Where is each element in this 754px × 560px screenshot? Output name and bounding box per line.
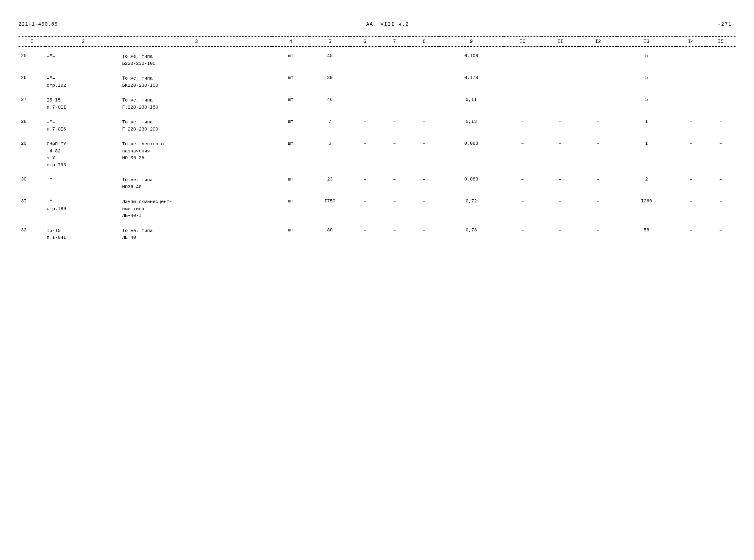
row-3-col-10: – <box>504 96 541 112</box>
row-3-col-15: – <box>706 96 735 112</box>
row-4-col-14: – <box>676 118 706 134</box>
row-5-col-10: – <box>504 140 541 170</box>
row-8-col-6: – <box>350 226 380 243</box>
row-6-col-11: – <box>541 176 579 192</box>
row-4-col-15: – <box>706 118 735 134</box>
row-4-col-5: 7 <box>310 118 350 134</box>
header-right: -271- <box>718 22 735 27</box>
row-7-col-14: – <box>676 198 706 221</box>
table-row: 27I5-I5 п.7-OIIТо же, типа Г.220-230-I50… <box>19 96 735 112</box>
row-6-col-2: –"– <box>45 176 121 192</box>
row-3-col-13: 5 <box>617 96 676 112</box>
row-3-col-9: 0,II <box>439 96 504 112</box>
row-3-col-3: То же, типа Г.220-230-I50 <box>121 96 272 112</box>
row-1-col-14: – <box>676 52 706 68</box>
row-2-col-3: То же, типа БК220-230-I00 <box>121 74 272 91</box>
table-row: 25–"–То же, типа Б220-230-I00шт45–––0,I0… <box>19 52 735 68</box>
row-3-col-11: – <box>541 96 579 112</box>
row-1-col-12: – <box>579 52 617 68</box>
col-header-IO: IO <box>504 37 541 46</box>
row-1-col-15: – <box>706 52 735 68</box>
row-8-col-8: – <box>409 226 439 243</box>
row-5-col-3: То же, местного назначения МО-36-25 <box>121 140 272 170</box>
row-2-col-15: – <box>706 74 735 91</box>
row-2-col-12: – <box>579 74 617 91</box>
row-3-col-14: – <box>676 96 706 112</box>
row-2-col-1: 26 <box>19 74 45 91</box>
row-4-col-3: То же, типа Г 220-230-200 <box>121 118 272 134</box>
row-6-col-10: – <box>504 176 541 192</box>
row-7-col-2: –"– стр.I89 <box>45 198 121 221</box>
row-2-col-4: шт <box>272 74 310 91</box>
row-7-col-11: – <box>541 198 579 221</box>
row-8-col-15: – <box>706 226 735 243</box>
row-8-col-10: – <box>504 226 541 243</box>
col-header-4: 4 <box>272 37 310 46</box>
row-7-col-12: – <box>579 198 617 221</box>
header-center: АА. VIII ч.2 <box>366 22 409 27</box>
row-8-col-14: – <box>676 226 706 243</box>
row-8-col-12: – <box>579 226 617 243</box>
row-5-col-9: 0,088 <box>439 140 504 170</box>
row-6-col-13: 2 <box>617 176 676 192</box>
col-header-5: 5 <box>310 37 350 46</box>
row-2-col-9: 0,I78 <box>439 74 504 91</box>
row-1-col-2: –"– <box>45 52 121 68</box>
row-8-col-7: – <box>380 226 409 243</box>
row-4-col-7: – <box>380 118 409 134</box>
col-header-I3: I3 <box>617 37 676 46</box>
row-1-col-3: То же, типа Б220-230-I00 <box>121 52 272 68</box>
table-row: 3I–"– стр.I89Лампы люминесцент- ные типа… <box>19 198 735 221</box>
row-6-col-1: 30 <box>19 176 45 192</box>
row-5-col-1: 29 <box>19 140 45 170</box>
row-8-col-13: 58 <box>617 226 676 243</box>
row-2-col-7: – <box>380 74 409 91</box>
row-3-col-7: – <box>380 96 409 112</box>
row-3-col-5: 46 <box>310 96 350 112</box>
col-header-9: 9 <box>439 37 504 46</box>
row-4-col-12: – <box>579 118 617 134</box>
row-7-col-6: – <box>350 198 380 221</box>
row-7-col-7: – <box>380 198 409 221</box>
row-8-col-3: То же, типа ЛЕ 40 <box>121 226 272 243</box>
row-4-col-13: I <box>617 118 676 134</box>
header-left: 221-1-450.85 <box>19 22 58 27</box>
row-5-col-11: – <box>541 140 579 170</box>
row-8-col-11: – <box>541 226 579 243</box>
row-3-col-4: шт <box>272 96 310 112</box>
row-6-col-9: 0,083 <box>439 176 504 192</box>
row-5-col-14: – <box>676 140 706 170</box>
row-2-col-13: 5 <box>617 74 676 91</box>
row-8-col-2: I5-I5 п.I-04I <box>45 226 121 243</box>
row-5-col-2: СНиП-IУ -4-82 ч.У стр.I93 <box>45 140 121 170</box>
row-2-col-11: – <box>541 74 579 91</box>
row-8-col-1: 32 <box>19 226 45 243</box>
table-row: 29СНиП-IУ -4-82 ч.У стр.I93То же, местно… <box>19 140 735 170</box>
row-8-col-9: 0,73 <box>439 226 504 243</box>
row-5-col-13: I <box>617 140 676 170</box>
row-1-col-8: – <box>409 52 439 68</box>
row-2-col-8: – <box>409 74 439 91</box>
row-3-col-8: – <box>409 96 439 112</box>
row-5-col-6: – <box>350 140 380 170</box>
row-4-col-9: 0,I3 <box>439 118 504 134</box>
row-1-col-13: 5 <box>617 52 676 68</box>
row-6-col-4: шт <box>272 176 310 192</box>
col-header-I4: I4 <box>676 37 706 46</box>
row-5-col-4: шт <box>272 140 310 170</box>
row-7-col-4: шт <box>272 198 310 221</box>
row-1-col-9: 0,I08 <box>439 52 504 68</box>
header: 221-1-450.85 АА. VIII ч.2 -271- <box>19 12 735 27</box>
row-1-col-10: – <box>504 52 541 68</box>
row-5-col-12: – <box>579 140 617 170</box>
row-8-col-4: шт <box>272 226 310 243</box>
col-header-I: I <box>19 37 45 46</box>
row-7-col-8: – <box>409 198 439 221</box>
col-header-7: 7 <box>380 37 409 46</box>
col-header-6: 6 <box>350 37 380 46</box>
row-6-col-12: – <box>579 176 617 192</box>
main-table: I 2 3 4 5 6 7 8 9 IO II I2 I3 I4 I5 25–"… <box>19 36 735 248</box>
row-1-col-7: – <box>380 52 409 68</box>
row-8-col-5: 80 <box>310 226 350 243</box>
row-2-col-6: – <box>350 74 380 91</box>
